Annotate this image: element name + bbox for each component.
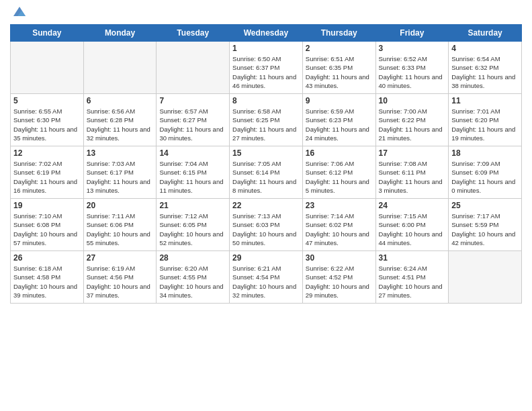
day-info: Sunrise: 7:11 AM Sunset: 6:06 PM Dayligh… [87, 212, 154, 247]
day-info: Sunrise: 6:21 AM Sunset: 4:54 PM Dayligh… [232, 264, 300, 300]
calendar-cell [157, 42, 230, 94]
day-info: Sunrise: 6:55 AM Sunset: 6:30 PM Dayligh… [13, 107, 81, 142]
day-number: 8 [232, 96, 300, 105]
weekday-header: Friday [375, 25, 449, 42]
calendar-cell: 4Sunrise: 6:54 AM Sunset: 6:32 PM Daylig… [449, 42, 522, 94]
day-info: Sunrise: 7:15 AM Sunset: 6:00 PM Dayligh… [379, 212, 446, 247]
day-info: Sunrise: 6:20 AM Sunset: 4:55 PM Dayligh… [159, 264, 226, 300]
calendar-cell: 2Sunrise: 6:51 AM Sunset: 6:35 PM Daylig… [302, 42, 375, 94]
day-number: 19 [13, 201, 81, 210]
day-number: 22 [232, 201, 300, 210]
day-number: 24 [379, 201, 446, 210]
weekday-header: Saturday [449, 25, 522, 42]
day-number: 11 [451, 96, 519, 105]
day-number: 16 [306, 148, 373, 158]
day-number: 25 [451, 201, 519, 210]
day-info: Sunrise: 7:06 AM Sunset: 6:12 PM Dayligh… [306, 159, 373, 195]
weekday-header: Monday [83, 25, 157, 42]
calendar-cell: 10Sunrise: 7:00 AM Sunset: 6:22 PM Dayli… [375, 94, 449, 146]
day-info: Sunrise: 7:03 AM Sunset: 6:17 PM Dayligh… [87, 159, 154, 195]
day-info: Sunrise: 6:54 AM Sunset: 6:32 PM Dayligh… [451, 54, 519, 90]
weekday-header: Sunday [11, 25, 84, 42]
day-info: Sunrise: 6:24 AM Sunset: 4:51 PM Dayligh… [379, 264, 446, 300]
calendar-cell: 14Sunrise: 7:04 AM Sunset: 6:15 PM Dayli… [157, 146, 230, 199]
calendar-cell: 16Sunrise: 7:06 AM Sunset: 6:12 PM Dayli… [302, 146, 375, 199]
day-info: Sunrise: 6:52 AM Sunset: 6:33 PM Dayligh… [379, 54, 446, 90]
calendar-cell: 30Sunrise: 6:22 AM Sunset: 4:52 PM Dayli… [302, 251, 375, 304]
calendar-cell: 25Sunrise: 7:17 AM Sunset: 5:59 PM Dayli… [449, 199, 522, 251]
calendar-cell: 31Sunrise: 6:24 AM Sunset: 4:51 PM Dayli… [375, 251, 449, 304]
day-number: 3 [379, 44, 446, 53]
calendar-cell: 26Sunrise: 6:18 AM Sunset: 4:58 PM Dayli… [11, 251, 84, 304]
day-number: 6 [87, 96, 154, 105]
header [10, 7, 522, 19]
calendar-week-row: 19Sunrise: 7:10 AM Sunset: 6:08 PM Dayli… [11, 199, 522, 251]
day-number: 2 [306, 44, 373, 53]
calendar-cell: 17Sunrise: 7:08 AM Sunset: 6:11 PM Dayli… [375, 146, 449, 199]
calendar-week-row: 26Sunrise: 6:18 AM Sunset: 4:58 PM Dayli… [11, 251, 522, 304]
day-info: Sunrise: 7:04 AM Sunset: 6:15 PM Dayligh… [159, 159, 226, 195]
calendar-cell: 7Sunrise: 6:57 AM Sunset: 6:27 PM Daylig… [157, 94, 230, 146]
calendar-cell: 9Sunrise: 6:59 AM Sunset: 6:23 PM Daylig… [302, 94, 375, 146]
day-info: Sunrise: 6:57 AM Sunset: 6:27 PM Dayligh… [159, 107, 226, 142]
day-info: Sunrise: 7:12 AM Sunset: 6:05 PM Dayligh… [159, 212, 226, 247]
weekday-header: Wednesday [230, 25, 303, 42]
calendar-cell: 29Sunrise: 6:21 AM Sunset: 4:54 PM Dayli… [230, 251, 303, 304]
day-info: Sunrise: 6:56 AM Sunset: 6:28 PM Dayligh… [87, 107, 154, 142]
day-number: 20 [87, 201, 154, 210]
logo [10, 7, 27, 19]
calendar-cell: 21Sunrise: 7:12 AM Sunset: 6:05 PM Dayli… [157, 199, 230, 251]
day-number: 15 [232, 148, 300, 158]
calendar-cell: 6Sunrise: 6:56 AM Sunset: 6:28 PM Daylig… [83, 94, 157, 146]
day-number: 17 [379, 148, 446, 158]
day-number: 7 [159, 96, 226, 105]
day-number: 27 [87, 253, 154, 263]
calendar-cell [83, 42, 157, 94]
day-info: Sunrise: 6:19 AM Sunset: 4:56 PM Dayligh… [87, 264, 154, 300]
day-number: 26 [13, 253, 81, 263]
calendar-table: SundayMondayTuesdayWednesdayThursdayFrid… [10, 24, 522, 304]
day-info: Sunrise: 6:58 AM Sunset: 6:25 PM Dayligh… [232, 107, 300, 142]
day-info: Sunrise: 6:51 AM Sunset: 6:35 PM Dayligh… [306, 54, 373, 90]
calendar-cell: 20Sunrise: 7:11 AM Sunset: 6:06 PM Dayli… [83, 199, 157, 251]
calendar-cell: 27Sunrise: 6:19 AM Sunset: 4:56 PM Dayli… [83, 251, 157, 304]
day-number: 31 [379, 253, 446, 263]
calendar-cell: 15Sunrise: 7:05 AM Sunset: 6:14 PM Dayli… [230, 146, 303, 199]
calendar-cell: 3Sunrise: 6:52 AM Sunset: 6:33 PM Daylig… [375, 42, 449, 94]
calendar-cell: 1Sunrise: 6:50 AM Sunset: 6:37 PM Daylig… [230, 42, 303, 94]
calendar-cell: 23Sunrise: 7:14 AM Sunset: 6:02 PM Dayli… [302, 199, 375, 251]
calendar-cell: 5Sunrise: 6:55 AM Sunset: 6:30 PM Daylig… [11, 94, 84, 146]
calendar-cell: 8Sunrise: 6:58 AM Sunset: 6:25 PM Daylig… [230, 94, 303, 146]
day-number: 10 [379, 96, 446, 105]
day-info: Sunrise: 7:00 AM Sunset: 6:22 PM Dayligh… [379, 107, 446, 142]
day-info: Sunrise: 7:08 AM Sunset: 6:11 PM Dayligh… [379, 159, 446, 195]
day-info: Sunrise: 6:50 AM Sunset: 6:37 PM Dayligh… [232, 54, 300, 90]
weekday-header: Thursday [302, 25, 375, 42]
day-info: Sunrise: 7:10 AM Sunset: 6:08 PM Dayligh… [13, 212, 81, 247]
calendar-cell: 24Sunrise: 7:15 AM Sunset: 6:00 PM Dayli… [375, 199, 449, 251]
day-info: Sunrise: 7:14 AM Sunset: 6:02 PM Dayligh… [306, 212, 373, 247]
day-info: Sunrise: 7:01 AM Sunset: 6:20 PM Dayligh… [451, 107, 519, 142]
day-number: 12 [13, 148, 81, 158]
calendar-cell: 22Sunrise: 7:13 AM Sunset: 6:03 PM Dayli… [230, 199, 303, 251]
day-number: 28 [159, 253, 226, 263]
day-number: 29 [232, 253, 300, 263]
day-number: 1 [232, 44, 300, 53]
day-number: 30 [306, 253, 373, 263]
weekday-header-row: SundayMondayTuesdayWednesdayThursdayFrid… [11, 25, 522, 42]
day-number: 14 [159, 148, 226, 158]
day-info: Sunrise: 6:59 AM Sunset: 6:23 PM Dayligh… [306, 107, 373, 142]
day-number: 21 [159, 201, 226, 210]
day-info: Sunrise: 6:22 AM Sunset: 4:52 PM Dayligh… [306, 264, 373, 300]
calendar-cell: 11Sunrise: 7:01 AM Sunset: 6:20 PM Dayli… [449, 94, 522, 146]
calendar-cell [449, 251, 522, 304]
day-info: Sunrise: 7:09 AM Sunset: 6:09 PM Dayligh… [451, 159, 519, 195]
calendar-cell: 13Sunrise: 7:03 AM Sunset: 6:17 PM Dayli… [83, 146, 157, 199]
day-number: 9 [306, 96, 373, 105]
calendar-week-row: 12Sunrise: 7:02 AM Sunset: 6:19 PM Dayli… [11, 146, 522, 199]
day-number: 5 [13, 96, 81, 105]
calendar-cell [11, 42, 84, 94]
day-number: 23 [306, 201, 373, 210]
day-info: Sunrise: 7:17 AM Sunset: 5:59 PM Dayligh… [451, 212, 519, 247]
day-info: Sunrise: 7:02 AM Sunset: 6:19 PM Dayligh… [13, 159, 81, 195]
